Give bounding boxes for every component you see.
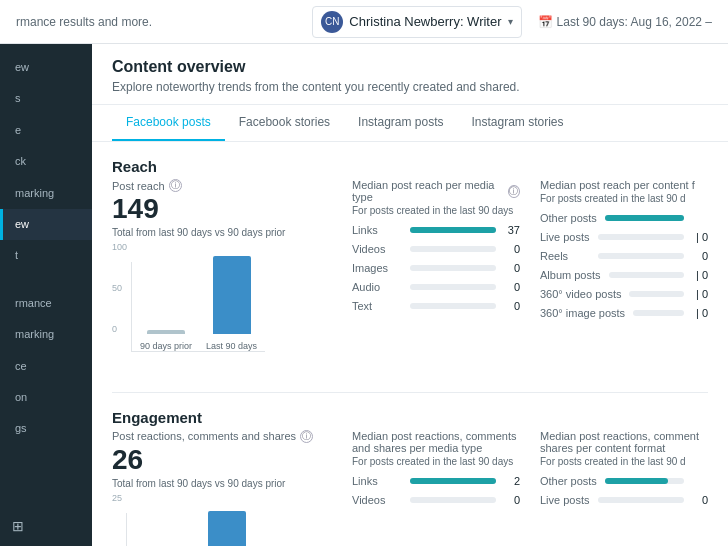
content-360image-bar-wrap	[633, 310, 684, 316]
eng-chart-bars-area: 90 days prior Last 90 days	[126, 513, 260, 546]
bar-current-label: Last 90 days	[206, 341, 257, 351]
content-row-album: Album posts | 0	[540, 269, 708, 281]
bar-current	[213, 256, 251, 334]
chart-bar-current: Last 90 days	[206, 256, 257, 351]
content-other-name: Other posts	[540, 212, 597, 224]
median-content-caption: For posts created in the last 90 d	[540, 193, 708, 204]
sidebar-item-ew1[interactable]: ew	[0, 52, 92, 83]
sidebar-item-s[interactable]: s	[0, 83, 92, 114]
chart-bar-prior: 90 days prior	[140, 330, 192, 351]
engagement-grid: Post reactions, comments and shares ⓘ 26…	[112, 430, 708, 546]
eng-bar-current-fill	[208, 511, 246, 546]
content-row-360video: 360° video posts | 0	[540, 288, 708, 300]
media-row-audio: Audio 0	[352, 281, 520, 293]
sidebar-toggle-icon[interactable]: ⊞	[12, 518, 24, 534]
top-bar: rmance results and more. CN Christina Ne…	[0, 0, 728, 44]
median-media-info-icon[interactable]: ⓘ	[508, 185, 520, 198]
sidebar-item-blank[interactable]	[0, 272, 92, 288]
date-badge: 📅 Last 90 days: Aug 16, 2022 –	[538, 15, 712, 29]
sidebar-item-ce[interactable]: ce	[0, 351, 92, 382]
content-row-live: Live posts | 0	[540, 231, 708, 243]
tab-instagram-stories[interactable]: Instagram stories	[457, 105, 577, 141]
engagement-info-icon[interactable]: ⓘ	[300, 430, 313, 443]
section-divider	[112, 392, 708, 393]
tab-facebook-stories[interactable]: Facebook stories	[225, 105, 344, 141]
content-360image-name: 360° image posts	[540, 307, 625, 319]
media-videos-name: Videos	[352, 243, 402, 255]
content-other-bar-wrap	[605, 215, 684, 221]
median-by-content-col: Median post reach per content f For post…	[540, 179, 708, 372]
bar-prior	[147, 330, 185, 334]
top-bar-description: rmance results and more.	[16, 15, 152, 29]
post-reach-info-icon[interactable]: ⓘ	[169, 179, 182, 192]
eng-media-videos-name: Videos	[352, 494, 402, 506]
media-videos-count: 0	[504, 243, 520, 255]
post-reach-col: Post reach ⓘ 149 Total from last 90 days…	[112, 179, 332, 372]
content-album-count: | 0	[692, 269, 708, 281]
engagement-section-title: Engagement	[112, 409, 708, 426]
content-reels-bar-wrap	[598, 253, 684, 259]
content-live-name: Live posts	[540, 231, 590, 243]
sidebar-item-gs[interactable]: gs	[0, 413, 92, 444]
tab-bar: Facebook posts Facebook stories Instagra…	[92, 105, 728, 142]
media-images-bar-wrap	[410, 265, 496, 271]
sidebar-bottom: ⊞	[0, 506, 92, 546]
eng-content-other-bar-wrap	[605, 478, 684, 484]
content-360video-count: | 0	[692, 288, 708, 300]
eng-media-links-count: 2	[504, 475, 520, 487]
content-row-reels: Reels 0	[540, 250, 708, 262]
engagement-median-content-col: Median post reactions, comment shares pe…	[540, 430, 708, 546]
tab-facebook-posts[interactable]: Facebook posts	[112, 105, 225, 141]
content-360video-bar-wrap	[629, 291, 684, 297]
metrics-content: Reach Post reach ⓘ 149 Total from last 9…	[92, 142, 728, 546]
eng-content-other-bar	[605, 478, 668, 484]
user-avatar: CN	[321, 11, 343, 33]
media-audio-count: 0	[504, 281, 520, 293]
media-audio-name: Audio	[352, 281, 402, 293]
median-media-label: Median post reach per media type	[352, 179, 504, 203]
eng-media-links-name: Links	[352, 475, 402, 487]
median-content-label: Median post reach per content f	[540, 179, 695, 191]
content-row-other: Other posts	[540, 212, 708, 224]
reach-grid: Post reach ⓘ 149 Total from last 90 days…	[112, 179, 708, 372]
eng-median-media-caption: For posts created in the last 90 days	[352, 456, 520, 467]
content-header: Content overview Explore noteworthy tren…	[92, 44, 728, 105]
content-album-name: Album posts	[540, 269, 601, 281]
eng-median-content-caption: For posts created in the last 90 d	[540, 456, 708, 467]
media-text-name: Text	[352, 300, 402, 312]
eng-content-type-list: Other posts Live posts	[540, 475, 708, 506]
eng-content-row-live: Live posts 0	[540, 494, 708, 506]
content-live-count: | 0	[692, 231, 708, 243]
user-selector[interactable]: CN Christina Newberry: Writer ▾	[312, 6, 521, 38]
sidebar-item-performance[interactable]: rmance	[0, 288, 92, 319]
eng-media-videos-bar-wrap	[410, 497, 496, 503]
media-links-bar-wrap	[410, 227, 496, 233]
sidebar-item-ck[interactable]: ck	[0, 146, 92, 177]
sidebar-item-t[interactable]: t	[0, 240, 92, 271]
media-links-name: Links	[352, 224, 402, 236]
reach-bar-chart: 100 50 0 90 days prior	[112, 242, 332, 372]
sidebar-item-on[interactable]: on	[0, 382, 92, 413]
median-media-caption: For posts created in the last 90 days	[352, 205, 520, 216]
eng-median-content-label: Median post reactions, comment shares pe…	[540, 430, 708, 454]
engagement-median-media-col: Median post reactions, comments and shar…	[352, 430, 520, 546]
reach-section: Reach Post reach ⓘ 149 Total from last 9…	[112, 158, 708, 372]
user-name-label: Christina Newberry: Writer	[349, 14, 501, 29]
content-360video-name: 360° video posts	[540, 288, 621, 300]
sidebar-item-e[interactable]: e	[0, 115, 92, 146]
sidebar: ew s e ck marking ew t rmance marking ce…	[0, 44, 92, 546]
media-row-links: Links 37	[352, 224, 520, 236]
media-type-list: Links 37 Videos	[352, 224, 520, 312]
eng-content-live-bar-wrap	[598, 497, 684, 503]
media-text-bar-wrap	[410, 303, 496, 309]
chart-y-0: 0	[112, 324, 127, 334]
sidebar-item-benchmarking[interactable]: marking	[0, 319, 92, 350]
eng-media-videos-count: 0	[504, 494, 520, 506]
sidebar-item-marking1[interactable]: marking	[0, 178, 92, 209]
tab-instagram-posts[interactable]: Instagram posts	[344, 105, 457, 141]
sidebar-item-overview[interactable]: ew	[0, 209, 92, 240]
page-title: Content overview	[112, 58, 708, 76]
media-row-videos: Videos 0	[352, 243, 520, 255]
chart-y-100: 100	[112, 242, 127, 252]
eng-media-row-links: Links 2	[352, 475, 520, 487]
